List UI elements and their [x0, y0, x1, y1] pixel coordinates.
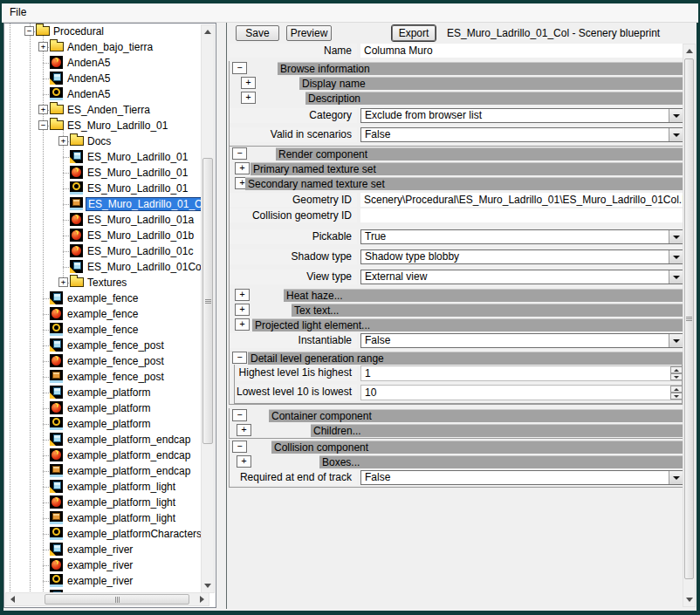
tree-item-es_muro_ladrillo_01_col[interactable]: ES_Muro_Ladrillo_01_Col: [4, 196, 202, 212]
tree-item-label[interactable]: ES_Muro_Ladrillo_01: [86, 166, 189, 180]
panel-vertical-scrollbar[interactable]: [683, 44, 696, 607]
tree-item-example_fence[interactable]: example_fence: [4, 306, 202, 322]
tree-item-label[interactable]: AndenA5: [65, 87, 112, 101]
tree-item-docs[interactable]: +Docs: [4, 133, 202, 149]
section-header-display-name[interactable]: Display name: [299, 77, 683, 90]
dropdown-arrow-icon[interactable]: [669, 270, 683, 284]
collapse-icon[interactable]: −: [24, 26, 34, 36]
tree-item-example_fence_post[interactable]: example_fence_post: [4, 338, 202, 353]
section-header-boxes[interactable]: Boxes...: [319, 455, 683, 468]
section-header-secondary-named-texture-set[interactable]: Secondary named texture set: [245, 177, 683, 190]
tree-item-procedural[interactable]: −Procedural: [4, 24, 202, 39]
expand-icon[interactable]: +: [58, 136, 68, 146]
dropdown-shadow-type[interactable]: Shadow type blobby: [360, 249, 683, 264]
preview-button[interactable]: Preview: [286, 25, 332, 41]
tree-item-label-selected[interactable]: ES_Muro_Ladrillo_01_Col: [86, 197, 202, 211]
scroll-up-arrow[interactable]: [202, 25, 214, 38]
section-header-projected-light-element[interactable]: Projected light element...: [252, 318, 683, 331]
dropdown-arrow-icon[interactable]: [669, 471, 683, 484]
tree-item-label[interactable]: example_fence_post: [65, 370, 166, 384]
tree-item-andena5[interactable]: AndenA5: [4, 86, 202, 102]
section-expand-button[interactable]: +: [237, 424, 251, 436]
tree-item-label[interactable]: ES_Muro_Ladrillo_01: [86, 181, 189, 195]
dropdown-view-type[interactable]: External view: [360, 270, 683, 284]
tree-horizontal-scrollbar[interactable]: [5, 592, 209, 606]
tree-item-example_fence[interactable]: example_fence: [4, 322, 202, 338]
tree-item-example_platform[interactable]: example_platform: [4, 385, 202, 400]
tree-item-label[interactable]: example_platform_light: [65, 511, 177, 525]
section-header-browse-information[interactable]: Browse information: [278, 62, 683, 75]
dropdown-arrow-icon[interactable]: [669, 230, 683, 243]
section-header-collision-component[interactable]: Collision component: [271, 441, 683, 454]
dropdown-arrow-icon[interactable]: [669, 334, 683, 347]
tree-item-label[interactable]: example_river: [65, 558, 134, 572]
dropdown-category[interactable]: Exclude from browser list: [360, 108, 683, 123]
tree-item-es_muro_ladrillo_01b[interactable]: ES_Muro_Ladrillo_01b: [4, 228, 202, 243]
tree-item-label[interactable]: ES_Muro_Ladrillo_01c: [86, 244, 195, 258]
menu-file[interactable]: File: [2, 3, 34, 21]
tree-item-label[interactable]: ES_Muro_Ladrillo_01: [86, 150, 189, 164]
section-expand-button[interactable]: +: [241, 77, 256, 89]
section-header-detail-level-generation-range[interactable]: Detail level generation range: [248, 352, 683, 365]
tree-item-andena5[interactable]: AndenA5: [4, 55, 202, 71]
tree-item-label[interactable]: example_fence: [65, 307, 140, 321]
tree-item-example_platform[interactable]: example_platform: [4, 400, 202, 416]
tree-scroll-thumb[interactable]: [202, 158, 213, 444]
section-header-tex-text[interactable]: Tex text...: [292, 304, 683, 317]
spin-up-icon[interactable]: [670, 386, 683, 393]
tree-item-es_muro_ladrillo_01a[interactable]: ES_Muro_Ladrillo_01a: [4, 212, 202, 228]
tree-item-label[interactable]: AndenA5: [65, 56, 112, 70]
dropdown-arrow-icon[interactable]: [669, 128, 683, 141]
tree-item-es_muro_ladrillo_01c[interactable]: ES_Muro_Ladrillo_01c: [4, 243, 202, 259]
collapse-icon[interactable]: −: [38, 120, 48, 130]
tree-item-example_fence_post[interactable]: example_fence_post: [4, 369, 202, 385]
tree-item-label[interactable]: example_fence_post: [65, 354, 166, 368]
dropdown-pickable[interactable]: True: [360, 229, 683, 244]
expand-icon[interactable]: +: [58, 277, 68, 287]
tree-item-label[interactable]: example_river: [65, 543, 134, 557]
tree-vertical-scrollbar[interactable]: [201, 24, 215, 593]
tree-item-es_muro_ladrillo_01col[interactable]: ES_Muro_Ladrillo_01Col: [4, 259, 202, 275]
expand-icon[interactable]: +: [38, 42, 48, 51]
tree-item-label[interactable]: example_platform: [65, 417, 152, 431]
tree-item-label[interactable]: example_fence_post: [65, 338, 166, 352]
section-expand-button[interactable]: +: [235, 318, 250, 331]
text-value-collision-geometry-id[interactable]: [360, 208, 683, 222]
dropdown-arrow-icon[interactable]: [669, 109, 683, 122]
section-header-container-component[interactable]: Container component: [269, 409, 683, 422]
tree-item-label[interactable]: Docs: [86, 134, 113, 148]
tree-item-label[interactable]: example_platformCharacters: [65, 527, 202, 541]
tree-item-example_river[interactable]: example_river: [4, 557, 202, 573]
scroll-right-arrow[interactable]: [196, 593, 209, 605]
section-collapse-button[interactable]: −: [232, 147, 247, 160]
tree-item-label[interactable]: ES_Muro_Ladrillo_01b: [86, 229, 196, 243]
section-collapse-button[interactable]: −: [232, 409, 247, 421]
tree-item-label[interactable]: example_platform_light: [65, 480, 177, 494]
tree-item-label[interactable]: Anden_bajo_tierra: [65, 40, 154, 54]
tree-item-example_platformcharacters[interactable]: example_platformCharacters: [4, 526, 202, 542]
section-header-children[interactable]: Children...: [311, 424, 683, 437]
tree-item-andena5[interactable]: AndenA5: [4, 71, 202, 86]
tree-item-example_river[interactable]: example_river: [4, 573, 202, 589]
tree-item-label[interactable]: example_platform_light: [65, 495, 177, 509]
tree-item-label[interactable]: example_platform_endcap: [65, 464, 192, 478]
tree-item-example_platform_light[interactable]: example_platform_light: [4, 510, 202, 526]
tree-item-es_anden_tierra[interactable]: +ES_Anden_Tierra: [4, 102, 202, 118]
tree-item-label[interactable]: example_platform: [65, 401, 152, 415]
tree-item-label[interactable]: example_platform: [65, 386, 152, 400]
section-expand-button[interactable]: +: [241, 92, 256, 104]
tree-item-es_muro_ladrillo_01[interactable]: ES_Muro_Ladrillo_01: [4, 165, 202, 181]
text-value-name[interactable]: Columna Muro: [360, 44, 683, 58]
tree-item-example_platform_endcap[interactable]: example_platform_endcap: [4, 463, 202, 479]
section-header-description[interactable]: Description: [305, 92, 683, 105]
tree-item-es_muro_ladrillo_01[interactable]: −ES_Muro_Ladrillo_01: [4, 118, 202, 133]
section-expand-button[interactable]: +: [235, 304, 250, 316]
spinner-buttons[interactable]: [670, 386, 683, 400]
tree-item-es_muro_ladrillo_01[interactable]: ES_Muro_Ladrillo_01: [4, 181, 202, 196]
section-collapse-button[interactable]: −: [232, 441, 247, 453]
tree-item-label[interactable]: AndenA5: [65, 72, 112, 85]
scroll-left-arrow[interactable]: [6, 593, 19, 605]
spin-up-icon[interactable]: [670, 366, 683, 373]
tree-item-example_fence[interactable]: example_fence: [4, 290, 202, 306]
tree-item-label[interactable]: example_river: [65, 574, 134, 588]
